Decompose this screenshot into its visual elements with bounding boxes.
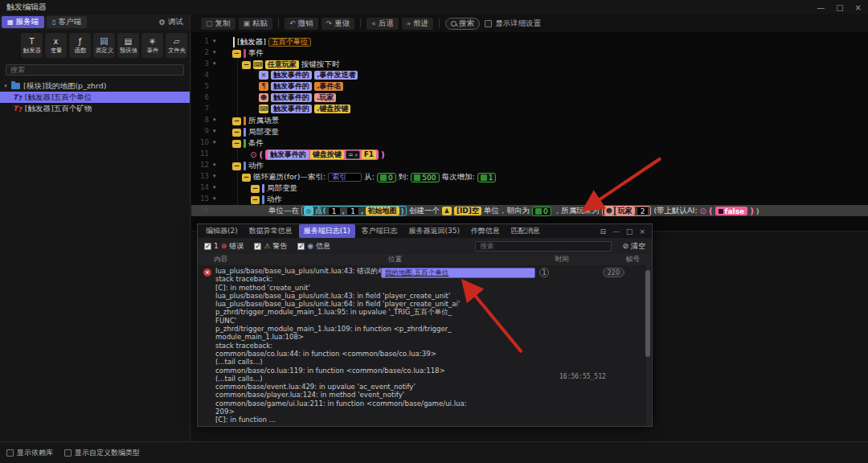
- collapse-toggle[interactable]: −: [251, 196, 260, 204]
- code-chip[interactable]: 触发事件的: [271, 93, 312, 102]
- minimize-icon[interactable]: —: [612, 227, 620, 236]
- code-chip[interactable]: 触发事件的: [271, 82, 312, 91]
- tree-item[interactable]: T⁊[触发器]五百个单位: [0, 92, 190, 103]
- footer-toggle-显示自定义数编类型[interactable]: 显示自定义数编类型: [64, 448, 140, 458]
- code-row-16[interactable]: 16单位—在◎点(1,1,初始地图)创建一个♟[ID]空单位，朝向为0，所属玩家…: [191, 205, 868, 216]
- code-row-15[interactable]: 15▾−动作: [191, 194, 868, 205]
- code-row-1[interactable]: 1▾[触发器]五百个单位: [191, 36, 868, 47]
- log-tab-编辑器(2)[interactable]: 编辑器(2): [201, 224, 243, 238]
- toolbar-button-粘贴[interactable]: ▣粘贴: [239, 18, 273, 30]
- log-tab-匹配消息[interactable]: 匹配消息: [506, 224, 545, 238]
- code-chip[interactable]: 键盘按键: [310, 150, 344, 159]
- close-button[interactable]: ×: [855, 3, 862, 12]
- row-expander[interactable]: ▾: [213, 60, 216, 67]
- code-row-10[interactable]: 10▾−条件: [191, 137, 868, 149]
- tool-button-类定义[interactable]: 回类定义: [93, 33, 115, 58]
- row-expander[interactable]: ▾: [213, 139, 216, 145]
- log-location-link[interactable]: 我的地图.五百个单位: [381, 268, 535, 278]
- code-chip[interactable]: 触发事件的: [271, 104, 312, 113]
- toolbar-button-后退[interactable]: «后退: [366, 18, 399, 30]
- code-row-5[interactable]: 5¶触发事件的.事件名: [191, 81, 868, 92]
- maximize-icon[interactable]: □: [626, 227, 633, 236]
- sidebar-tab-client[interactable]: ▯客户端: [47, 16, 87, 28]
- code-chip[interactable]: .键盘按键: [314, 104, 350, 113]
- code-row-11[interactable]: 11⊙(触发事件的键盘按键=▾F1): [191, 149, 868, 160]
- debug-button[interactable]: ⚙ 调试: [158, 17, 188, 27]
- code-row-6[interactable]: 6☻触发事件的.玩家: [191, 92, 868, 104]
- code-row-14[interactable]: 14▾−局部变量: [191, 182, 868, 194]
- row-expander[interactable]: ▾: [213, 195, 216, 202]
- tree-expander[interactable]: ▾: [0, 83, 11, 89]
- collapse-toggle[interactable]: −: [232, 162, 241, 170]
- clear-log-button[interactable]: ⊘清空: [622, 241, 645, 252]
- sidebar-tab-server[interactable]: ▦服务端: [2, 16, 44, 28]
- row-expander[interactable]: ▾: [213, 117, 216, 123]
- collapse-toggle[interactable]: −: [232, 140, 241, 148]
- checkbox-icon[interactable]: [254, 243, 261, 250]
- tool-button-函数[interactable]: ƒ函数: [69, 33, 91, 58]
- code-chip[interactable]: .事件名: [314, 82, 343, 91]
- code-row-3[interactable]: 3▾−⌨任意玩家按键按下时: [191, 59, 868, 70]
- log-scrollbar-thumb[interactable]: [645, 270, 650, 357]
- code-chip[interactable]: 任意玩家: [265, 60, 299, 69]
- code-row-13[interactable]: 13▾−循环遍历(for)—索引:索引从:0到:500每次增加:1: [191, 171, 868, 182]
- code-chip[interactable]: 触发事件的: [271, 71, 312, 80]
- checkbox-icon[interactable]: [204, 243, 211, 250]
- toolbar-button-重做[interactable]: ↷重做: [321, 18, 355, 30]
- tree-item[interactable]: T⁊[触发器]五百个矿物: [0, 103, 190, 114]
- checkbox-icon[interactable]: [297, 243, 305, 250]
- close-icon[interactable]: ×: [639, 227, 645, 236]
- row-expander[interactable]: ▾: [213, 38, 216, 44]
- code-row-12[interactable]: 12▾−动作: [191, 160, 868, 171]
- sidebar-search-input[interactable]: [10, 66, 179, 74]
- code-chip[interactable]: F1: [362, 150, 376, 159]
- minimize-button[interactable]: —: [817, 3, 825, 12]
- collapse-toggle[interactable]: −: [242, 61, 251, 69]
- code-group[interactable]: ☻玩家2: [602, 206, 652, 216]
- value-input[interactable]: 1: [346, 207, 359, 215]
- footer-toggle-显示依赖库[interactable]: 显示依赖库: [6, 448, 53, 458]
- code-chip[interactable]: [ID]空: [454, 207, 481, 215]
- code-row-2[interactable]: 2▾−事件: [191, 47, 868, 59]
- log-tab-客户端日志[interactable]: 客户端日志: [357, 224, 403, 238]
- code-chip[interactable]: 触发事件的: [268, 150, 309, 159]
- code-row-4[interactable]: 4×触发事件的.事件发送者: [191, 70, 868, 81]
- value-input[interactable]: 索引: [328, 173, 362, 182]
- row-expander[interactable]: ▾: [213, 184, 216, 191]
- code-group[interactable]: ◎点(1,1,初始地图): [301, 206, 407, 216]
- filter-警告[interactable]: ⚠警告: [254, 241, 287, 252]
- code-chip[interactable]: 五百个单位: [268, 38, 311, 47]
- tool-button-触发器[interactable]: T触发器: [21, 33, 43, 58]
- code-chip[interactable]: 初始地图: [366, 207, 399, 215]
- row-expander[interactable]: ▾: [213, 162, 216, 168]
- checkbox-icon[interactable]: [6, 449, 14, 457]
- tool-button-文件夹[interactable]: ▱文件夹: [166, 33, 187, 58]
- collapse-toggle[interactable]: −: [232, 117, 241, 125]
- code-row-8[interactable]: 8▾−所属场景: [191, 115, 868, 126]
- log-tab-数据异常信息[interactable]: 数据异常信息: [244, 224, 297, 238]
- eye-icon[interactable]: ⊙: [700, 207, 706, 215]
- toolbar-button-搜索[interactable]: 搜索: [445, 18, 480, 30]
- number-badge[interactable]: 0: [532, 207, 551, 216]
- code-row-7[interactable]: 7⌨触发事件的.键盘按键: [191, 104, 868, 115]
- row-expander[interactable]: ▾: [213, 49, 216, 55]
- number-badge[interactable]: 0: [377, 173, 396, 182]
- log-search-input[interactable]: [480, 242, 607, 250]
- toolbar-button-撤销[interactable]: ↶撤销: [285, 18, 318, 30]
- boolean-chip[interactable]: false: [715, 207, 748, 215]
- code-chip[interactable]: 玩家: [616, 207, 635, 215]
- tree-item[interactable]: ▾[模块]我的地图(p_zhrd): [0, 80, 190, 92]
- log-tab-服务端日志(1)[interactable]: 服务端日志(1): [299, 224, 355, 238]
- filter-信息[interactable]: ◉信息: [297, 241, 330, 252]
- code-chip[interactable]: .玩家: [314, 93, 336, 102]
- number-badge[interactable]: 1: [477, 173, 497, 182]
- maximize-button[interactable]: □: [836, 3, 843, 12]
- collapse-toggle[interactable]: −: [242, 174, 251, 182]
- value-input[interactable]: 2: [637, 207, 649, 215]
- tool-button-预设值[interactable]: ▤预设值: [117, 33, 139, 58]
- log-tab-服务器返回(35)[interactable]: 服务器返回(35): [404, 224, 465, 238]
- number-badge[interactable]: 500: [411, 173, 439, 182]
- filter-错误[interactable]: 1⊗错误: [204, 241, 244, 252]
- value-input[interactable]: 1: [328, 207, 341, 215]
- code-chip[interactable]: .事件发送者: [314, 71, 358, 80]
